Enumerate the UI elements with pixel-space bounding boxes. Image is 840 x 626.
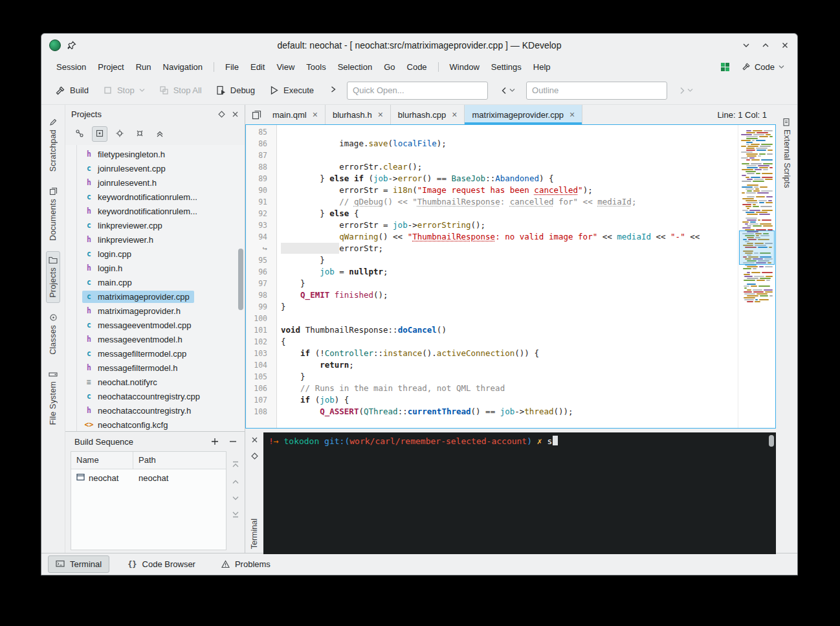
code-editor[interactable]: 8586image.save(localFile);8788errorStr.c… [245,124,776,429]
toolbar-overflow-icon[interactable] [326,83,340,98]
code-line[interactable]: 100 [246,313,738,324]
tree-item[interactable]: cmessageeventmodel.cpp [65,318,245,332]
line-number[interactable]: 87 [246,150,272,161]
pin-icon[interactable] [67,41,76,50]
tree-item[interactable]: hneochataccountregistry.h [65,403,245,418]
maximize-button[interactable] [761,41,770,50]
sidebar-tab-file-system[interactable]: File System [46,365,60,430]
tree-item[interactable]: ≡neochat.notifyrc [65,375,245,389]
tree-item[interactable]: <>neochatconfig.kcfg [65,418,245,431]
code-line[interactable]: 94qWarning() << "ThumbnailResponse: no v… [246,231,738,243]
editor-tab-blurhash-h[interactable]: blurhash.h× [326,105,391,124]
close-tab-icon[interactable]: × [569,110,575,119]
configure-button[interactable] [132,126,148,142]
menu-tools[interactable]: Tools [300,60,331,74]
tree-item[interactable]: hlogin.h [65,261,245,275]
sidebar-tab-documents[interactable]: Documents [46,182,60,246]
stop-button[interactable]: Stop [97,82,151,99]
code-line[interactable]: 93errorStr = job->errorString(); [246,219,738,231]
statusbar-tab-code-browser[interactable]: {}Code Browser [120,555,203,573]
line-number[interactable]: 88 [246,161,272,173]
quick-open-input[interactable] [347,82,488,100]
menu-go[interactable]: Go [378,60,401,74]
line-number[interactable]: 105 [246,371,272,383]
line-number[interactable]: 95 [246,254,272,266]
code-line[interactable]: 101void ThumbnailResponse::doCancel() [246,324,738,336]
line-number[interactable]: 108 [246,406,272,418]
editor-tab-main-qml[interactable]: main.qml× [265,105,326,124]
line-number[interactable]: 100 [246,313,272,324]
execute-button[interactable]: Execute [263,82,320,99]
menu-navigation[interactable]: Navigation [157,60,208,74]
move-down-button[interactable] [232,494,239,504]
tree-item[interactable]: hkeywordnotificationrulem... [65,204,245,218]
line-number[interactable]: 102 [246,336,272,348]
detach-terminal-icon[interactable] [251,452,258,462]
line-number[interactable]: 86 [246,138,272,150]
line-number[interactable]: 98 [246,289,272,301]
menu-help[interactable]: Help [527,60,557,74]
editor-tab-matriximageprovider-cpp[interactable]: matriximageprovider.cpp× [465,105,582,124]
menu-selection[interactable]: Selection [332,60,378,74]
menu-code[interactable]: Code [401,60,433,74]
locate-document-button[interactable] [72,126,87,142]
terminal-scrollbar[interactable] [769,435,774,447]
stop-all-button[interactable]: Stop All [153,82,208,99]
close-panel-icon[interactable] [232,111,239,118]
tree-item[interactable]: cmatriximageprovider.cpp [65,289,245,304]
tree-item[interactable]: hmessageeventmodel.h [65,332,245,346]
sidebar-tab-projects[interactable]: Projects [46,251,60,303]
move-to-top-button[interactable] [232,460,239,470]
minimize-button[interactable] [742,41,751,50]
area-switcher-icon[interactable] [720,62,730,72]
menu-session[interactable]: Session [50,60,92,74]
line-number[interactable]: 89 [246,173,272,184]
tree-item[interactable]: hfiletypesingleton.h [65,147,245,161]
code-line[interactable]: 91// qDebug() << "ThumbnailResponse: can… [246,196,738,208]
move-up-button[interactable] [232,477,239,487]
line-number[interactable]: 90 [246,184,272,196]
menu-run[interactable]: Run [130,60,157,74]
tree-item[interactable]: hlinkpreviewer.h [65,232,245,247]
build-sequence-row[interactable]: neochatneochat [71,469,226,486]
code-line[interactable]: 89} else if (job->error() == BaseJob::Ab… [246,173,738,184]
editor-tab-blurhash-cpp[interactable]: blurhash.cpp× [391,105,465,124]
code-line[interactable]: 96job = nullptr; [246,266,738,278]
code-line[interactable]: 98Q_EMIT finished(); [246,289,738,301]
line-number[interactable]: 93 [246,219,272,231]
build-button[interactable]: Build [49,82,94,100]
tree-item[interactable]: hjoinrulesevent.h [65,175,245,190]
code-line[interactable]: ↪errorStr; [246,243,738,254]
column-header-name[interactable]: Name [71,452,133,469]
sidebar-tab-classes[interactable]: Classes [46,308,60,360]
code-line[interactable]: 108Q_ASSERT(QThread::currentThread() == … [246,406,738,418]
statusbar-tab-terminal[interactable]: Terminal [48,555,109,573]
debug-button[interactable]: Debug [210,82,261,99]
code-line[interactable]: 103if (!Controller::instance().activeCon… [246,348,738,359]
tree-item[interactable]: cmain.cpp [65,275,245,289]
add-to-build-sequence-button[interactable] [207,434,223,449]
code-line[interactable]: 97} [246,278,738,289]
code-line[interactable]: 95} [246,254,738,266]
minimap-viewport[interactable] [739,230,775,265]
line-number[interactable]: 107 [246,394,272,406]
code-line[interactable]: 85 [246,126,738,138]
line-number[interactable]: 106 [246,383,272,394]
line-number[interactable]: 104 [246,359,272,371]
code-line[interactable]: 90errorStr = i18n("Image request has bee… [246,184,738,196]
menu-edit[interactable]: Edit [245,60,271,74]
code-line[interactable]: 86image.save(localFile); [246,138,738,150]
tree-item[interactable]: hmessagefiltermodel.h [65,361,245,375]
outline-input[interactable] [526,82,667,100]
sidebar-tab-external-scripts[interactable]: External Scripts [780,113,794,194]
code-line[interactable]: 92} else { [246,208,738,219]
code-line[interactable]: 87 [246,150,738,161]
titlebar[interactable]: default: neochat - [ neochat:src/matrixi… [41,34,797,57]
line-number[interactable]: 103 [246,348,272,359]
minimap[interactable] [738,125,775,428]
sidebar-tab-scratchpad[interactable]: Scratchpad [46,113,60,177]
navigate-back-button[interactable] [497,84,518,98]
close-terminal-icon[interactable] [251,436,258,445]
area-code-button[interactable]: Code [738,60,788,74]
filter-button[interactable] [112,126,127,142]
